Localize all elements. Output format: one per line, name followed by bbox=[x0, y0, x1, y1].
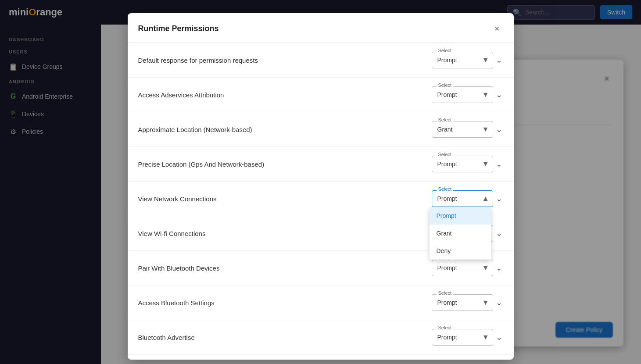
select-label: Select bbox=[437, 83, 454, 88]
permission-row: View Network ConnectionsSelectPrompt▲⌄Pr… bbox=[128, 182, 514, 216]
permission-select-wrapper: SelectPrompt▼⌄ bbox=[432, 52, 503, 68]
expand-button[interactable]: ⌄ bbox=[495, 158, 503, 170]
permission-row: Approximate Location (Network-based)Sele… bbox=[128, 112, 514, 147]
select-container[interactable]: SelectPrompt▼ bbox=[432, 52, 493, 68]
modal-body: Default response for permission requests… bbox=[128, 43, 514, 360]
select-label: Select bbox=[437, 325, 454, 330]
permission-row: Access Adservices AttributionSelectPromp… bbox=[128, 78, 514, 112]
expand-button[interactable]: ⌄ bbox=[495, 124, 503, 135]
modal-title: Runtime Permissions bbox=[138, 24, 219, 33]
select-container[interactable]: SelectPrompt▲ bbox=[432, 190, 493, 207]
permission-select-wrapper: SelectPrompt▼⌄ bbox=[432, 329, 503, 346]
select-label: Select bbox=[437, 152, 454, 157]
select-label: Select bbox=[437, 48, 454, 53]
select-label: Select bbox=[437, 291, 454, 296]
expand-button[interactable]: ⌄ bbox=[495, 89, 503, 100]
permission-label: View Network Connections bbox=[138, 195, 432, 203]
select-value[interactable]: Prompt bbox=[432, 52, 493, 68]
permission-label: Approximate Location (Network-based) bbox=[138, 126, 432, 133]
permission-label: Access Adservices Attribution bbox=[138, 91, 432, 99]
modal-backdrop: Runtime Permissions × Default response f… bbox=[0, 0, 641, 364]
permission-row: Bluetooth ConnectSelectPrompt▼⌄ bbox=[128, 355, 514, 360]
permission-select-wrapper: SelectPrompt▼⌄ bbox=[432, 260, 503, 276]
permission-row: Access Bluetooth SettingsSelectPrompt▼⌄ bbox=[128, 285, 514, 320]
expand-button[interactable]: ⌄ bbox=[495, 262, 503, 274]
expand-button[interactable]: ⌄ bbox=[495, 332, 503, 343]
select-container[interactable]: SelectPrompt▼ bbox=[432, 260, 493, 276]
permission-label: View Wi-fi Connections bbox=[138, 230, 432, 237]
modal-header: Runtime Permissions × bbox=[128, 13, 514, 43]
select-value[interactable]: Prompt bbox=[432, 156, 493, 172]
dropdown-menu: PromptGrantDeny bbox=[430, 207, 491, 260]
permission-row: Default response for permission requests… bbox=[128, 43, 514, 78]
permission-label: Access Bluetooth Settings bbox=[138, 299, 432, 307]
select-container[interactable]: SelectGrant▼ bbox=[432, 121, 493, 138]
permission-select-wrapper: SelectPrompt▼⌄ bbox=[432, 156, 503, 172]
permission-select-wrapper: SelectPrompt▼⌄ bbox=[432, 294, 503, 311]
select-label: Select bbox=[437, 187, 454, 192]
permission-label: Precise Location (Gps And Network-based) bbox=[138, 161, 432, 168]
permission-row: Precise Location (Gps And Network-based)… bbox=[128, 147, 514, 182]
select-value[interactable]: Prompt bbox=[432, 260, 493, 276]
select-value[interactable]: Prompt bbox=[432, 295, 493, 310]
select-value[interactable]: Prompt bbox=[432, 191, 493, 207]
expand-button[interactable]: ⌄ bbox=[495, 297, 503, 308]
dropdown-item[interactable]: Grant bbox=[430, 225, 491, 242]
select-container[interactable]: SelectPrompt▼ bbox=[432, 329, 493, 346]
permission-label: Pair With Bluetooth Devices bbox=[138, 264, 432, 272]
expand-button[interactable]: ⌄ bbox=[495, 193, 503, 204]
select-container[interactable]: SelectPrompt▼ bbox=[432, 86, 493, 103]
permission-row: Bluetooth AdvertiseSelectPrompt▼⌄ bbox=[128, 320, 514, 355]
select-value[interactable]: Grant bbox=[432, 121, 493, 137]
permission-label: Default response for permission requests bbox=[138, 57, 432, 64]
permission-select-wrapper: SelectPrompt▲⌄PromptGrantDeny bbox=[432, 190, 503, 207]
dropdown-item[interactable]: Prompt bbox=[430, 207, 491, 225]
permission-select-wrapper: SelectGrant▼⌄ bbox=[432, 121, 503, 138]
select-value[interactable]: Prompt bbox=[432, 87, 493, 103]
modal-close-button[interactable]: × bbox=[491, 22, 503, 36]
expand-button[interactable]: ⌄ bbox=[495, 228, 503, 239]
expand-button[interactable]: ⌄ bbox=[495, 54, 503, 66]
select-value[interactable]: Prompt bbox=[432, 329, 493, 345]
permission-select-wrapper: SelectPrompt▼⌄ bbox=[432, 86, 503, 103]
dropdown-item[interactable]: Deny bbox=[430, 242, 491, 260]
select-label: Select bbox=[437, 118, 454, 122]
select-container[interactable]: SelectPrompt▼ bbox=[432, 294, 493, 311]
select-container[interactable]: SelectPrompt▼ bbox=[432, 156, 493, 172]
runtime-permissions-modal: Runtime Permissions × Default response f… bbox=[128, 13, 514, 360]
permission-label: Bluetooth Advertise bbox=[138, 334, 432, 341]
